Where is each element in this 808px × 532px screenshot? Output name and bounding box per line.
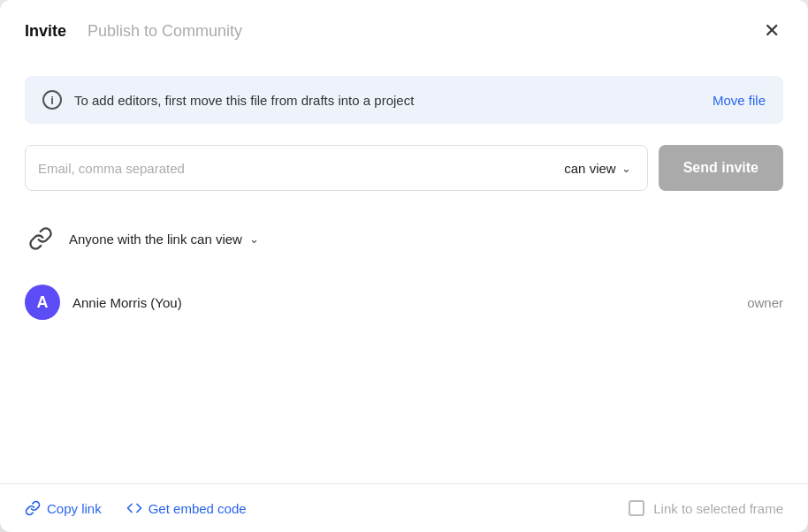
send-invite-button[interactable]: Send invite [659,145,783,191]
permission-label: can view [564,161,615,176]
info-banner: i To add editors, first move this file f… [25,76,783,124]
link-sharing-row: Anyone with the link can view ⌄ [25,216,783,272]
permission-dropdown[interactable]: can view ⌄ [555,161,634,176]
embed-code-label: Get embed code [149,501,247,516]
modal-footer: Copy link Get embed code Link to selecte… [0,483,808,532]
modal-body: i To add editors, first move this file f… [0,58,808,483]
close-button[interactable]: ✕ [760,19,783,42]
copy-link-button[interactable]: Copy link [25,500,102,516]
frame-check-wrap: Link to selected frame [629,500,783,516]
move-file-link[interactable]: Move file [713,93,766,108]
link-chevron-icon: ⌄ [249,232,259,246]
user-row: A Annie Morris (You) owner [25,272,783,338]
invite-row: can view ⌄ Send invite [25,145,783,191]
link-icon [25,223,57,255]
link-access-dropdown[interactable]: Anyone with the link can view ⌄ [69,232,259,247]
copy-link-label: Copy link [47,501,102,516]
email-input-wrap: can view ⌄ [25,145,648,191]
invite-modal: Invite Publish to Community ✕ i To add e… [0,0,808,532]
user-role: owner [747,295,783,310]
avatar: A [25,285,60,320]
tab-publish[interactable]: Publish to Community [88,22,242,41]
modal-header: Invite Publish to Community ✕ [0,0,808,58]
frame-label: Link to selected frame [653,501,783,516]
link-access-label: Anyone with the link can view [69,232,242,247]
chevron-down-icon: ⌄ [621,162,631,175]
user-name: Annie Morris (You) [72,295,735,310]
info-icon: i [42,90,62,110]
frame-checkbox[interactable] [629,500,644,516]
embed-code-button[interactable]: Get embed code [126,500,247,516]
email-input[interactable] [38,161,555,176]
copy-link-icon [25,500,41,516]
embed-code-icon [126,500,142,516]
tab-invite[interactable]: Invite [25,22,66,41]
banner-text: To add editors, first move this file fro… [74,93,700,108]
